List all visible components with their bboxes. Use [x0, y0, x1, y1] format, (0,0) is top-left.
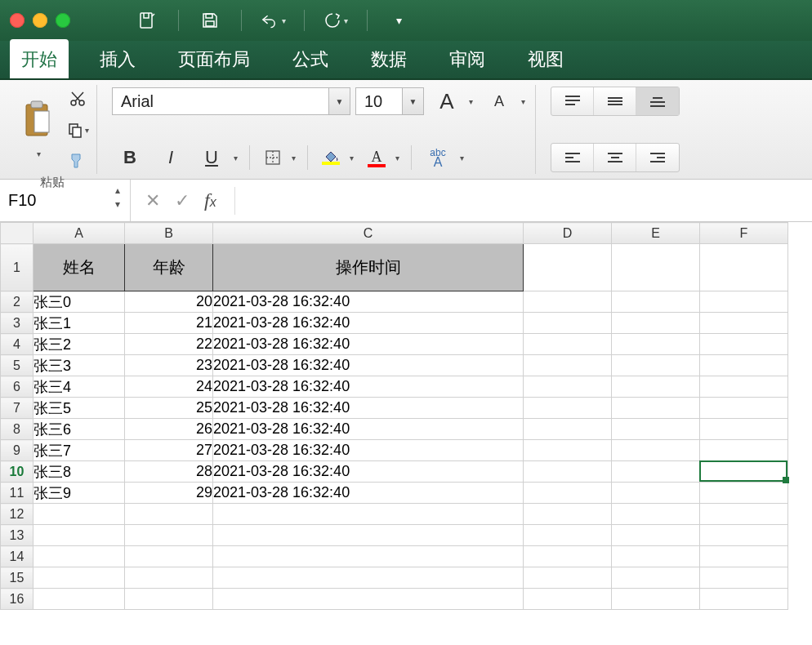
- cell-E3[interactable]: [612, 313, 700, 334]
- align-center-button[interactable]: [594, 144, 636, 171]
- fill-color-button[interactable]: ▾: [316, 143, 357, 172]
- cell-F3[interactable]: [700, 313, 788, 334]
- cell-F15[interactable]: [700, 567, 788, 589]
- wrap-text-button[interactable]: abc A ▾: [420, 143, 467, 172]
- cell-A15[interactable]: [33, 567, 125, 589]
- cell-D15[interactable]: [524, 567, 612, 589]
- cell-B7[interactable]: 25: [125, 398, 213, 419]
- font-color-button[interactable]: A ▾: [362, 143, 403, 172]
- row-header-15[interactable]: 15: [1, 567, 33, 589]
- cell-E9[interactable]: [612, 440, 700, 461]
- row-header-14[interactable]: 14: [1, 546, 33, 567]
- cancel-formula-icon[interactable]: ✕: [145, 190, 160, 211]
- cell-C10[interactable]: 2021-03-28 16:32:40: [213, 461, 524, 483]
- cell-B5[interactable]: 23: [125, 355, 213, 376]
- cell-D10[interactable]: [524, 461, 612, 483]
- cell-E1[interactable]: [612, 244, 700, 291]
- cell-D11[interactable]: [524, 483, 612, 504]
- namebox-up-icon[interactable]: ▴: [110, 185, 125, 198]
- cell-D12[interactable]: [524, 504, 612, 525]
- tab-data[interactable]: 数据: [359, 39, 418, 78]
- cell-C8[interactable]: 2021-03-28 16:32:40: [213, 419, 524, 440]
- cell-B12[interactable]: [125, 504, 213, 525]
- cell-B4[interactable]: 22: [125, 334, 213, 355]
- cell-F10[interactable]: [700, 461, 788, 483]
- cell-B13[interactable]: [125, 525, 213, 546]
- cell-F12[interactable]: [700, 504, 788, 525]
- cell-B10[interactable]: 28: [125, 461, 213, 483]
- cell-A14[interactable]: [33, 546, 125, 567]
- cell-E12[interactable]: [612, 504, 700, 525]
- align-left-button[interactable]: [551, 144, 594, 171]
- row-header-13[interactable]: 13: [1, 525, 33, 546]
- cell-F6[interactable]: [700, 376, 788, 398]
- cell-D4[interactable]: [524, 334, 612, 355]
- align-top-button[interactable]: [551, 87, 594, 115]
- cell-C15[interactable]: [213, 567, 524, 589]
- cell-C6[interactable]: 2021-03-28 16:32:40: [213, 376, 524, 398]
- cell-E8[interactable]: [612, 419, 700, 440]
- cell-E15[interactable]: [612, 567, 700, 589]
- cell-E6[interactable]: [612, 376, 700, 398]
- cell-E10[interactable]: [612, 461, 700, 483]
- row-header-11[interactable]: 11: [1, 483, 33, 504]
- cell-A12[interactable]: [33, 504, 125, 525]
- row-header-2[interactable]: 2: [1, 291, 33, 313]
- row-header-8[interactable]: 8: [1, 419, 33, 440]
- cell-F4[interactable]: [700, 334, 788, 355]
- cell-C12[interactable]: [213, 504, 524, 525]
- cell-A2[interactable]: 张三0: [33, 291, 125, 313]
- col-header-E[interactable]: E: [612, 223, 700, 244]
- italic-button[interactable]: I: [153, 143, 189, 172]
- namebox-down-icon[interactable]: ▾: [110, 198, 125, 211]
- cell-C9[interactable]: 2021-03-28 16:32:40: [213, 440, 524, 461]
- cell-B16[interactable]: [125, 589, 213, 610]
- save-as-icon[interactable]: [134, 7, 160, 33]
- col-header-C[interactable]: C: [213, 223, 524, 244]
- bold-button[interactable]: B: [112, 143, 148, 172]
- select-all-corner[interactable]: [1, 223, 33, 244]
- cell-A1[interactable]: 姓名: [33, 244, 125, 291]
- row-header-10[interactable]: 10: [1, 461, 33, 483]
- redo-button[interactable]: [323, 7, 349, 33]
- cell-A10[interactable]: 张三8: [33, 461, 125, 483]
- cell-D16[interactable]: [524, 589, 612, 610]
- row-header-5[interactable]: 5: [1, 355, 33, 376]
- accept-formula-icon[interactable]: ✓: [175, 190, 190, 211]
- row-header-1[interactable]: 1: [1, 244, 33, 291]
- cell-D13[interactable]: [524, 525, 612, 546]
- font-size-dropdown[interactable]: 10 ▼: [355, 87, 424, 115]
- cell-A4[interactable]: 张三2: [33, 334, 125, 355]
- tab-review[interactable]: 审阅: [438, 39, 497, 78]
- sheet[interactable]: ABCDEF1姓名年龄操作时间2张三0202021-03-28 16:32:40…: [0, 222, 812, 645]
- cell-D9[interactable]: [524, 440, 612, 461]
- cell-F14[interactable]: [700, 546, 788, 567]
- align-middle-button[interactable]: [594, 87, 636, 115]
- grow-font-button[interactable]: A ▾: [429, 87, 476, 116]
- close-window-button[interactable]: [10, 13, 25, 28]
- cell-C13[interactable]: [213, 525, 524, 546]
- border-button[interactable]: ▾: [258, 143, 299, 172]
- cell-E2[interactable]: [612, 291, 700, 313]
- cell-C11[interactable]: 2021-03-28 16:32:40: [213, 483, 524, 504]
- col-header-A[interactable]: A: [33, 223, 125, 244]
- row-header-6[interactable]: 6: [1, 376, 33, 398]
- cell-C3[interactable]: 2021-03-28 16:32:40: [213, 313, 524, 334]
- cell-B9[interactable]: 27: [125, 440, 213, 461]
- cell-F11[interactable]: [700, 483, 788, 504]
- tab-layout[interactable]: 页面布局: [167, 39, 261, 78]
- cell-E13[interactable]: [612, 525, 700, 546]
- cell-D6[interactable]: [524, 376, 612, 398]
- cut-icon[interactable]: [65, 87, 90, 111]
- tab-formula[interactable]: 公式: [281, 39, 340, 78]
- cell-B8[interactable]: 26: [125, 419, 213, 440]
- cell-A5[interactable]: 张三3: [33, 355, 125, 376]
- row-header-4[interactable]: 4: [1, 334, 33, 355]
- cell-A8[interactable]: 张三6: [33, 419, 125, 440]
- cell-B15[interactable]: [125, 567, 213, 589]
- row-header-7[interactable]: 7: [1, 398, 33, 419]
- cell-E4[interactable]: [612, 334, 700, 355]
- cell-E11[interactable]: [612, 483, 700, 504]
- cell-F5[interactable]: [700, 355, 788, 376]
- cell-A7[interactable]: 张三5: [33, 398, 125, 419]
